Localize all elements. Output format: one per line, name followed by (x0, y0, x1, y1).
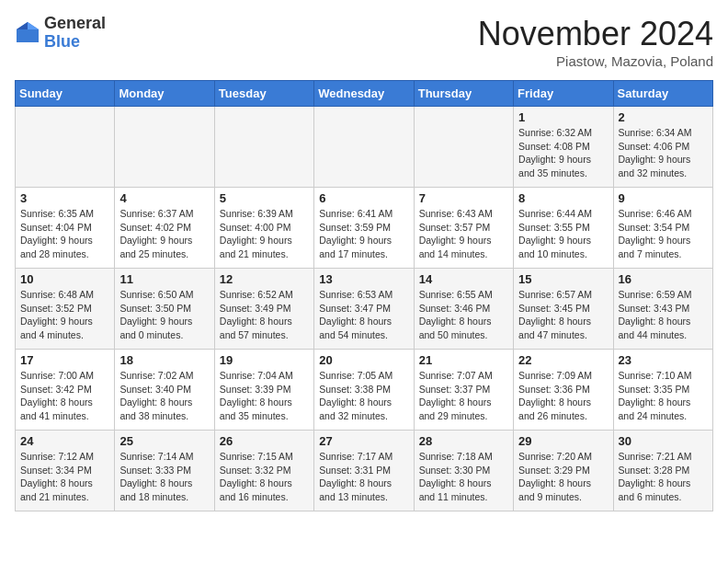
calendar-cell (314, 107, 414, 188)
calendar-cell (214, 107, 313, 188)
calendar-cell: 25Sunrise: 7:14 AM Sunset: 3:33 PM Dayli… (115, 431, 214, 511)
day-number: 5 (220, 191, 309, 205)
day-info: Sunrise: 7:15 AM Sunset: 3:32 PM Dayligh… (220, 450, 309, 504)
day-info: Sunrise: 7:10 AM Sunset: 3:35 PM Dayligh… (619, 369, 708, 423)
day-info: Sunrise: 7:17 AM Sunset: 3:31 PM Dayligh… (319, 450, 408, 504)
day-number: 27 (319, 434, 408, 448)
calendar-cell: 6Sunrise: 6:41 AM Sunset: 3:59 PM Daylig… (314, 188, 414, 269)
day-number: 8 (518, 191, 608, 205)
day-info: Sunrise: 7:18 AM Sunset: 3:30 PM Dayligh… (419, 450, 508, 504)
calendar-cell (115, 107, 214, 188)
location: Piastow, Mazovia, Poland (478, 53, 713, 69)
day-info: Sunrise: 7:05 AM Sunset: 3:38 PM Dayligh… (319, 369, 408, 423)
calendar-cell: 11Sunrise: 6:50 AM Sunset: 3:50 PM Dayli… (115, 269, 214, 350)
calendar-cell (414, 107, 513, 188)
calendar-cell: 14Sunrise: 6:55 AM Sunset: 3:46 PM Dayli… (414, 269, 513, 350)
day-number: 16 (619, 272, 708, 286)
day-info: Sunrise: 6:35 AM Sunset: 4:04 PM Dayligh… (20, 207, 109, 261)
calendar-cell: 9Sunrise: 6:46 AM Sunset: 3:54 PM Daylig… (613, 188, 712, 269)
calendar-cell: 20Sunrise: 7:05 AM Sunset: 3:38 PM Dayli… (314, 350, 414, 431)
day-number: 1 (518, 110, 608, 124)
day-number: 30 (619, 434, 708, 448)
day-number: 12 (220, 272, 309, 286)
day-number: 14 (419, 272, 508, 286)
day-info: Sunrise: 6:52 AM Sunset: 3:49 PM Dayligh… (220, 288, 309, 342)
day-number: 22 (518, 353, 608, 367)
day-number: 4 (119, 191, 209, 205)
day-info: Sunrise: 7:04 AM Sunset: 3:39 PM Dayligh… (220, 369, 309, 423)
calendar-cell: 29Sunrise: 7:20 AM Sunset: 3:29 PM Dayli… (514, 431, 613, 511)
day-number: 26 (220, 434, 309, 448)
calendar-cell: 3Sunrise: 6:35 AM Sunset: 4:04 PM Daylig… (16, 188, 115, 269)
day-number: 19 (220, 353, 309, 367)
day-info: Sunrise: 7:12 AM Sunset: 3:34 PM Dayligh… (20, 450, 109, 504)
calendar-cell: 26Sunrise: 7:15 AM Sunset: 3:32 PM Dayli… (214, 431, 313, 511)
calendar-cell: 17Sunrise: 7:00 AM Sunset: 3:42 PM Dayli… (16, 350, 115, 431)
calendar-cell (16, 107, 115, 188)
calendar-cell: 2Sunrise: 6:34 AM Sunset: 4:06 PM Daylig… (613, 107, 712, 188)
week-row-3: 17Sunrise: 7:00 AM Sunset: 3:42 PM Dayli… (16, 350, 713, 431)
calendar-cell: 13Sunrise: 6:53 AM Sunset: 3:47 PM Dayli… (314, 269, 414, 350)
calendar-table: SundayMondayTuesdayWednesdayThursdayFrid… (15, 80, 713, 511)
logo-blue: Blue (44, 33, 106, 52)
day-number: 13 (319, 272, 408, 286)
day-number: 29 (518, 434, 608, 448)
day-number: 20 (319, 353, 408, 367)
header-sunday: Sunday (16, 81, 115, 107)
header-friday: Friday (514, 81, 613, 107)
calendar-cell: 27Sunrise: 7:17 AM Sunset: 3:31 PM Dayli… (314, 431, 414, 511)
calendar-cell: 1Sunrise: 6:32 AM Sunset: 4:08 PM Daylig… (514, 107, 613, 188)
logo-general: General (44, 15, 106, 33)
calendar-cell: 18Sunrise: 7:02 AM Sunset: 3:40 PM Dayli… (115, 350, 214, 431)
week-row-0: 1Sunrise: 6:32 AM Sunset: 4:08 PM Daylig… (16, 107, 713, 188)
calendar-cell: 7Sunrise: 6:43 AM Sunset: 3:57 PM Daylig… (414, 188, 513, 269)
day-info: Sunrise: 6:55 AM Sunset: 3:46 PM Dayligh… (419, 288, 508, 342)
day-number: 25 (119, 434, 209, 448)
header-tuesday: Tuesday (214, 81, 313, 107)
day-info: Sunrise: 7:09 AM Sunset: 3:36 PM Dayligh… (518, 369, 608, 423)
calendar-cell: 8Sunrise: 6:44 AM Sunset: 3:55 PM Daylig… (514, 188, 613, 269)
calendar-cell: 22Sunrise: 7:09 AM Sunset: 3:36 PM Dayli… (514, 350, 613, 431)
day-info: Sunrise: 6:50 AM Sunset: 3:50 PM Dayligh… (119, 288, 209, 342)
month-title: November 2024 (478, 15, 713, 53)
logo-icon (15, 20, 40, 46)
svg-marker-1 (28, 22, 39, 29)
day-info: Sunrise: 6:46 AM Sunset: 3:54 PM Dayligh… (619, 207, 708, 261)
day-number: 18 (119, 353, 209, 367)
day-number: 28 (419, 434, 508, 448)
calendar-cell: 30Sunrise: 7:21 AM Sunset: 3:28 PM Dayli… (613, 431, 712, 511)
calendar-cell: 15Sunrise: 6:57 AM Sunset: 3:45 PM Dayli… (514, 269, 613, 350)
day-info: Sunrise: 6:48 AM Sunset: 3:52 PM Dayligh… (20, 288, 109, 342)
day-info: Sunrise: 6:41 AM Sunset: 3:59 PM Dayligh… (319, 207, 408, 261)
header-monday: Monday (115, 81, 214, 107)
day-number: 24 (20, 434, 109, 448)
day-info: Sunrise: 7:21 AM Sunset: 3:28 PM Dayligh… (619, 450, 708, 504)
day-info: Sunrise: 6:59 AM Sunset: 3:43 PM Dayligh… (619, 288, 708, 342)
calendar-header-row: SundayMondayTuesdayWednesdayThursdayFrid… (16, 81, 713, 107)
day-number: 9 (619, 191, 708, 205)
day-number: 6 (319, 191, 408, 205)
day-info: Sunrise: 7:00 AM Sunset: 3:42 PM Dayligh… (20, 369, 109, 423)
calendar-cell: 21Sunrise: 7:07 AM Sunset: 3:37 PM Dayli… (414, 350, 513, 431)
day-info: Sunrise: 7:07 AM Sunset: 3:37 PM Dayligh… (419, 369, 508, 423)
week-row-4: 24Sunrise: 7:12 AM Sunset: 3:34 PM Dayli… (16, 431, 713, 511)
day-number: 11 (119, 272, 209, 286)
day-info: Sunrise: 6:44 AM Sunset: 3:55 PM Dayligh… (518, 207, 608, 261)
calendar-cell: 12Sunrise: 6:52 AM Sunset: 3:49 PM Dayli… (214, 269, 313, 350)
week-row-1: 3Sunrise: 6:35 AM Sunset: 4:04 PM Daylig… (16, 188, 713, 269)
day-number: 23 (619, 353, 708, 367)
day-number: 17 (20, 353, 109, 367)
day-info: Sunrise: 6:43 AM Sunset: 3:57 PM Dayligh… (419, 207, 508, 261)
logo: General Blue (15, 15, 106, 52)
day-number: 15 (518, 272, 608, 286)
day-info: Sunrise: 6:32 AM Sunset: 4:08 PM Dayligh… (518, 126, 608, 180)
day-number: 21 (419, 353, 508, 367)
header-wednesday: Wednesday (314, 81, 414, 107)
title-area: November 2024 Piastow, Mazovia, Poland (478, 15, 713, 69)
day-info: Sunrise: 7:14 AM Sunset: 3:33 PM Dayligh… (119, 450, 209, 504)
header-thursday: Thursday (414, 81, 513, 107)
day-number: 2 (619, 110, 708, 124)
calendar-cell: 5Sunrise: 6:39 AM Sunset: 4:00 PM Daylig… (214, 188, 313, 269)
calendar-cell: 16Sunrise: 6:59 AM Sunset: 3:43 PM Dayli… (613, 269, 712, 350)
day-info: Sunrise: 7:20 AM Sunset: 3:29 PM Dayligh… (518, 450, 608, 504)
